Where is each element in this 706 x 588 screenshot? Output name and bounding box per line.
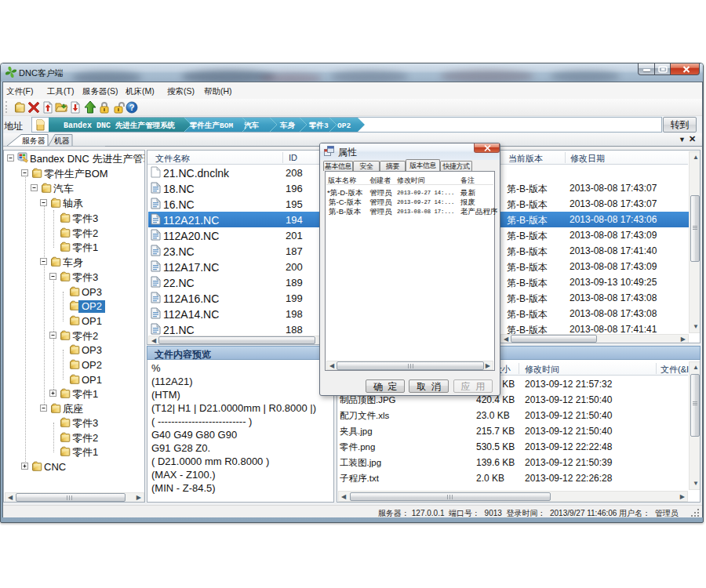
svg-text:?: ? bbox=[129, 103, 135, 112]
svg-text:零件3: 零件3 bbox=[308, 122, 329, 130]
svg-text:OP2: OP2 bbox=[337, 122, 351, 130]
svg-text:Bandex DNC 先进生产管理系统: Bandex DNC 先进生产管理系统 bbox=[64, 121, 176, 130]
svg-text:零件生产BOM: 零件生产BOM bbox=[189, 121, 233, 130]
svg-text:车身: 车身 bbox=[279, 121, 296, 130]
svg-text:汽车: 汽车 bbox=[244, 121, 260, 130]
svg-text:服务器: 服务器 bbox=[22, 136, 45, 145]
svg-text:机器: 机器 bbox=[54, 136, 70, 145]
